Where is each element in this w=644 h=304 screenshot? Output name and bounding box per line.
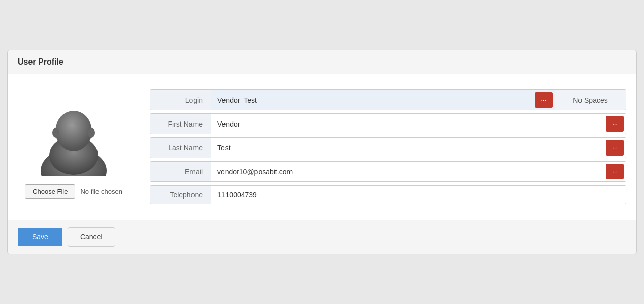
user-profile-card: User Profile bbox=[7, 50, 637, 254]
page-title: User Profile bbox=[18, 57, 63, 66]
dots-icon: ··· bbox=[612, 168, 618, 175]
svg-point-4 bbox=[52, 128, 59, 138]
card-footer: Save Cancel bbox=[8, 220, 636, 254]
telephone-row: Telephone bbox=[150, 185, 626, 204]
avatar bbox=[30, 89, 117, 176]
dots-icon: ··· bbox=[612, 120, 618, 128]
login-input-wrapper: ··· bbox=[211, 90, 555, 110]
lastname-input[interactable] bbox=[211, 139, 604, 157]
card-body: Choose File No file chosen Login ··· No … bbox=[8, 74, 636, 220]
no-spaces-badge: No Spaces bbox=[555, 90, 626, 110]
lastname-more-button[interactable]: ··· bbox=[606, 140, 624, 156]
lastname-label: Last Name bbox=[150, 138, 211, 158]
form-section: Login ··· No Spaces First Name ··· bbox=[150, 89, 626, 204]
telephone-label: Telephone bbox=[150, 186, 211, 204]
telephone-input[interactable] bbox=[211, 186, 626, 204]
telephone-input-wrapper bbox=[211, 186, 626, 204]
lastname-row: Last Name ··· bbox=[150, 137, 626, 158]
email-row: Email ··· bbox=[150, 161, 626, 182]
email-input[interactable] bbox=[211, 163, 604, 181]
avatar-section: Choose File No file chosen bbox=[18, 89, 130, 199]
svg-point-5 bbox=[88, 128, 95, 138]
dots-icon: ··· bbox=[612, 144, 618, 151]
save-button[interactable]: Save bbox=[18, 228, 62, 246]
cancel-button[interactable]: Cancel bbox=[68, 227, 115, 247]
login-input[interactable] bbox=[211, 91, 533, 109]
login-more-button[interactable]: ··· bbox=[535, 92, 553, 108]
login-label: Login bbox=[150, 90, 211, 110]
login-row: Login ··· No Spaces bbox=[150, 89, 626, 110]
firstname-label: First Name bbox=[150, 114, 211, 134]
firstname-input[interactable] bbox=[211, 115, 604, 133]
no-file-label: No file chosen bbox=[80, 188, 122, 195]
svg-point-3 bbox=[55, 111, 92, 151]
firstname-row: First Name ··· bbox=[150, 113, 626, 134]
card-header: User Profile bbox=[8, 50, 636, 74]
email-input-wrapper: ··· bbox=[211, 162, 626, 181]
lastname-input-wrapper: ··· bbox=[211, 138, 626, 158]
choose-file-button[interactable]: Choose File bbox=[25, 184, 75, 199]
email-more-button[interactable]: ··· bbox=[606, 164, 624, 179]
email-label: Email bbox=[150, 162, 211, 181]
firstname-more-button[interactable]: ··· bbox=[606, 116, 624, 132]
dots-icon: ··· bbox=[541, 96, 546, 104]
firstname-input-wrapper: ··· bbox=[211, 114, 626, 134]
file-input-section: Choose File No file chosen bbox=[25, 184, 122, 199]
